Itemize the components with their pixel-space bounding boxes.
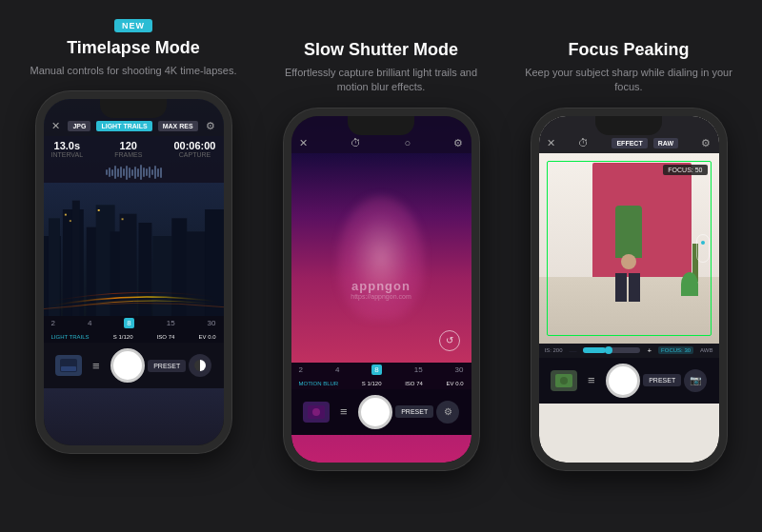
slow-shutter-section: Slow Shutter Mode Effortlessly capture b… bbox=[265, 19, 498, 470]
menu-lines-icon-2: ≡ bbox=[340, 404, 348, 419]
interval-control: 13.0s INTERVAL bbox=[51, 140, 84, 158]
light-trails-label: LIGHT TRAILS bbox=[51, 334, 90, 340]
max-res-badge: MAX RES bbox=[158, 121, 198, 131]
svg-rect-9 bbox=[138, 223, 151, 316]
waveform-item bbox=[123, 168, 125, 176]
gear-icon-2[interactable]: ⚙ bbox=[436, 401, 459, 424]
waveform-item bbox=[137, 168, 139, 177]
waveform-item bbox=[131, 169, 133, 176]
timelapse-section: NEW Timelapse Mode Manual controls for s… bbox=[17, 19, 251, 453]
svg-rect-17 bbox=[121, 219, 123, 221]
half-circle-icon[interactable] bbox=[189, 354, 211, 377]
city-scene bbox=[44, 183, 224, 316]
menu-icon-3[interactable]: ≡ bbox=[580, 369, 603, 392]
focus-scene: FOCUS: 50 bbox=[539, 153, 719, 344]
number-selector: 2 4 8 15 30 bbox=[44, 316, 224, 331]
minus-btn[interactable]: — bbox=[569, 346, 576, 355]
left-leg bbox=[615, 273, 627, 302]
frames-label: FRAMES bbox=[114, 151, 142, 158]
num-2-ss[interactable]: 2 bbox=[299, 365, 303, 374]
phone-notch bbox=[100, 99, 167, 118]
city-svg bbox=[44, 183, 224, 316]
scroll-indicator[interactable] bbox=[696, 234, 710, 263]
gallery-icon-3[interactable] bbox=[551, 370, 577, 391]
live-icon-inner: ↺ bbox=[446, 335, 453, 345]
frames-value: 120 bbox=[114, 140, 142, 151]
timelapse-description: Manual controls for shooting 4K time-lap… bbox=[20, 64, 246, 78]
circle-icon: ○ bbox=[404, 137, 411, 148]
top-badges-3: EFFECT RAW bbox=[612, 138, 678, 148]
slow-shutter-phone: ✕ ⏱ ○ ⚙ ↺ appngon https://a bbox=[284, 108, 479, 470]
timer-icon: ⏱ bbox=[351, 137, 361, 148]
raw-badge: RAW bbox=[653, 138, 678, 148]
settings-icon-3[interactable]: ⚙ bbox=[701, 137, 711, 149]
capture-control: 00:06:00 CAPTURE bbox=[173, 140, 215, 158]
half-circle-svg bbox=[193, 359, 207, 372]
info-bar-2: MOTION BLUR S 1/120 ISO 74 EV 0.0 bbox=[291, 378, 471, 389]
num-4-ss[interactable]: 4 bbox=[335, 365, 339, 374]
slow-shutter-title: Slow Shutter Mode bbox=[304, 40, 458, 60]
gallery-icon-2[interactable] bbox=[303, 402, 330, 423]
num-15[interactable]: 15 bbox=[167, 319, 175, 327]
waveform-item bbox=[154, 166, 156, 179]
waveform-item bbox=[134, 167, 136, 179]
preset-button[interactable]: PRESET bbox=[148, 360, 186, 372]
person-head bbox=[621, 254, 636, 269]
action-bar-3: ≡ PRESET 📷 bbox=[539, 358, 719, 404]
shutter-button-2[interactable] bbox=[358, 395, 392, 429]
person-figure bbox=[615, 206, 642, 302]
plus-btn[interactable]: + bbox=[647, 346, 652, 355]
interval-label: INTERVAL bbox=[51, 151, 84, 158]
flash-off-icon-3: ✕ bbox=[547, 137, 555, 149]
preset-button-2[interactable]: PRESET bbox=[395, 405, 433, 418]
num-15-ss[interactable]: 15 bbox=[414, 365, 423, 374]
interval-value: 13.0s bbox=[51, 140, 84, 151]
num-8-active[interactable]: 8 bbox=[124, 318, 133, 328]
settings-icon-2[interactable]: ⚙ bbox=[453, 137, 463, 149]
num-4[interactable]: 4 bbox=[88, 319, 91, 327]
svg-rect-16 bbox=[97, 209, 99, 211]
focus-bottom-bar: IS: 200 — + FOCUS: 30 AWB bbox=[539, 344, 719, 358]
iso-label: ISO 74 bbox=[157, 334, 175, 340]
focus-30-label: FOCUS: 30 bbox=[658, 346, 693, 354]
focus-peaking-title: Focus Peaking bbox=[568, 40, 689, 60]
preset-button-3[interactable]: PRESET bbox=[643, 374, 681, 386]
slow-shutter-screen: ✕ ⏱ ○ ⚙ ↺ appngon https://a bbox=[291, 116, 471, 463]
phone-notch-2 bbox=[348, 116, 414, 135]
svg-rect-10 bbox=[152, 236, 171, 316]
timelapse-title: Timelapse Mode bbox=[67, 38, 200, 58]
gallery-thumbnail bbox=[60, 359, 77, 372]
svg-rect-19 bbox=[61, 366, 76, 371]
main-container: NEW Timelapse Mode Manual controls for s… bbox=[0, 0, 762, 532]
shutter-button[interactable] bbox=[110, 348, 145, 383]
timelapse-screen: ✕ JPG LIGHT TRAILS MAX RES ⚙ 13.0s INTER… bbox=[44, 99, 224, 445]
capture-label: CAPTURE bbox=[173, 151, 215, 158]
timer-icon-3: ⏱ bbox=[578, 137, 589, 148]
num-30[interactable]: 30 bbox=[208, 319, 216, 327]
gallery-icon[interactable] bbox=[55, 355, 82, 376]
menu-icon[interactable]: ≡ bbox=[85, 354, 108, 377]
camera-icon-3[interactable]: 📷 bbox=[684, 369, 707, 392]
motion-blur-label: MOTION BLUR bbox=[299, 381, 339, 386]
waveform-item bbox=[146, 168, 148, 176]
num-2[interactable]: 2 bbox=[51, 319, 55, 327]
gallery-thumbnail-3 bbox=[555, 374, 572, 387]
svg-rect-14 bbox=[64, 214, 66, 216]
settings-icon[interactable]: ⚙ bbox=[206, 120, 215, 132]
svg-rect-4 bbox=[71, 201, 79, 316]
live-icon[interactable]: ↺ bbox=[439, 330, 460, 351]
focus-peaking-section: Focus Peaking Keep your subject sharp wh… bbox=[512, 19, 746, 470]
num-8-ss-active[interactable]: 8 bbox=[371, 365, 381, 375]
top-badges: JPG LIGHT TRAILS MAX RES bbox=[68, 121, 197, 131]
awb-label: AWB bbox=[700, 347, 712, 353]
num-30-ss[interactable]: 30 bbox=[455, 365, 464, 374]
number-selector-2: 2 4 8 15 30 bbox=[291, 363, 471, 378]
iso-label-2: ISO 74 bbox=[405, 381, 423, 386]
shutter-button-3[interactable] bbox=[606, 364, 640, 398]
frames-control: 120 FRAMES bbox=[114, 140, 142, 158]
is-200-label: IS: 200 bbox=[545, 347, 563, 353]
focus-slider[interactable] bbox=[583, 347, 640, 353]
menu-icon-2[interactable]: ≡ bbox=[332, 401, 355, 424]
menu-lines-icon: ≡ bbox=[92, 359, 100, 373]
plant-leaves bbox=[681, 272, 698, 296]
